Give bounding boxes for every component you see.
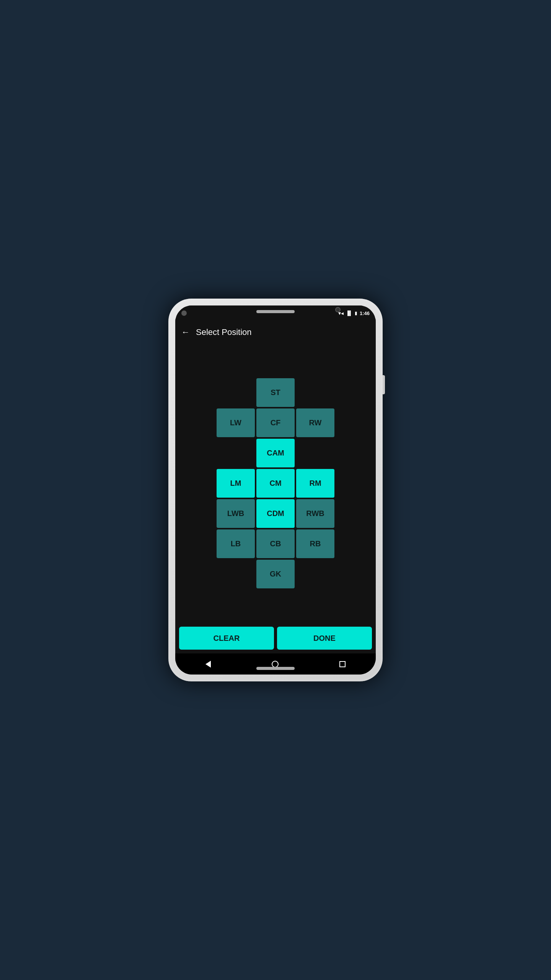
back-triangle-icon (205, 661, 211, 668)
time-display: 1:46 (360, 310, 370, 316)
power-button[interactable] (383, 375, 385, 394)
position-rm[interactable]: RM (296, 469, 334, 498)
position-cm[interactable]: CM (256, 469, 295, 498)
position-gk[interactable]: GK (256, 560, 295, 588)
page-title: Select Position (196, 327, 252, 337)
screen: ▾◂ ▐▌ ▮ 1:46 ← Select Position ST (175, 305, 376, 675)
grid-row-7: GK (256, 560, 295, 588)
main-content: ST LW CF RW CAM LM CM (175, 344, 376, 623)
position-cf[interactable]: CF (256, 408, 295, 437)
nav-bar (175, 653, 376, 675)
position-grid: ST LW CF RW CAM LM CM (217, 378, 334, 588)
grid-row-6: LB CB RB (217, 529, 334, 558)
position-lw[interactable]: LW (217, 408, 255, 437)
grid-row-2: LW CF RW (217, 408, 334, 437)
position-rb[interactable]: RB (296, 529, 334, 558)
position-rwb[interactable]: RWB (296, 499, 334, 528)
status-right: ▾◂ ▐▌ ▮ 1:46 (338, 310, 370, 316)
position-rw[interactable]: RW (296, 408, 334, 437)
position-lm[interactable]: LM (217, 469, 255, 498)
screen-container: ▾◂ ▐▌ ▮ 1:46 ← Select Position ST (175, 305, 376, 675)
notification-icon (181, 310, 187, 316)
status-bar: ▾◂ ▐▌ ▮ 1:46 (175, 305, 376, 321)
bottom-buttons: CLEAR DONE (175, 623, 376, 653)
position-cam[interactable]: CAM (256, 439, 295, 467)
position-cdm[interactable]: CDM (256, 499, 295, 528)
speaker-bottom (256, 667, 295, 670)
status-left (181, 310, 187, 316)
position-lb[interactable]: LB (217, 529, 255, 558)
position-lwb[interactable]: LWB (217, 499, 255, 528)
grid-row-4: LM CM RM (217, 469, 334, 498)
home-circle-icon (272, 661, 279, 668)
grid-row-1: ST (256, 378, 295, 407)
speaker-top (256, 310, 295, 313)
recent-square-icon (339, 661, 346, 667)
grid-row-5: LWB CDM RWB (217, 499, 334, 528)
header: ← Select Position (175, 321, 376, 344)
back-button[interactable]: ← (181, 327, 190, 337)
signal-icon: ▐▌ (346, 310, 352, 316)
battery-icon: ▮ (355, 310, 357, 316)
grid-row-3: CAM (256, 439, 295, 467)
done-button[interactable]: DONE (277, 627, 372, 650)
position-cb[interactable]: CB (256, 529, 295, 558)
phone-frame: ▾◂ ▐▌ ▮ 1:46 ← Select Position ST (168, 299, 383, 681)
camera (335, 307, 341, 312)
position-st[interactable]: ST (256, 378, 295, 407)
clear-button[interactable]: CLEAR (179, 627, 274, 650)
nav-back-button[interactable] (198, 658, 218, 671)
nav-recent-button[interactable] (332, 658, 353, 670)
